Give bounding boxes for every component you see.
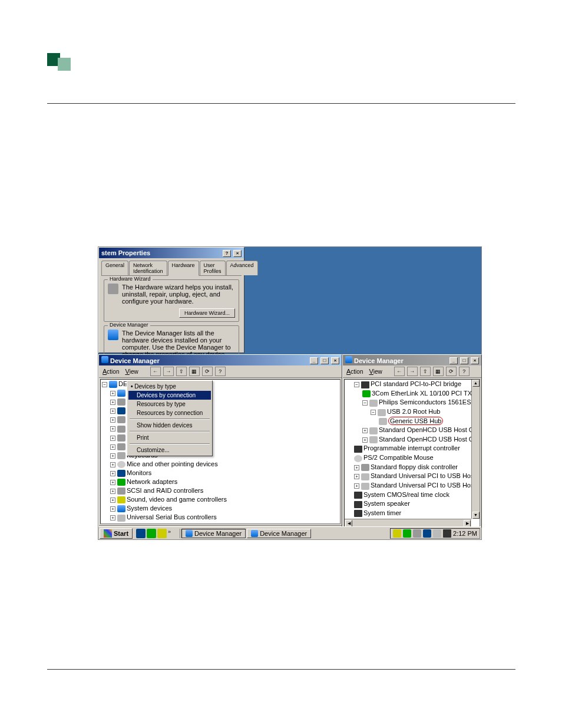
tree-root[interactable]: DE	[118, 380, 127, 387]
tree-item[interactable]: Standard Universal PCI to USB Host Contr…	[371, 472, 480, 479]
expand-icon[interactable]: +	[110, 400, 115, 405]
outlook-icon[interactable]	[157, 529, 167, 538]
expand-icon[interactable]: +	[110, 480, 115, 485]
taskbar-item-device-manager-2[interactable]: Device Manager	[247, 529, 311, 538]
expand-icon[interactable]: +	[110, 515, 115, 521]
expand-icon[interactable]: +	[362, 428, 368, 433]
collapse-icon[interactable]: −	[371, 410, 376, 415]
expand-icon[interactable]: +	[110, 409, 115, 414]
menu-view[interactable]: View	[369, 368, 382, 375]
up-button[interactable]: ⇧	[420, 367, 431, 376]
tray-icon[interactable]	[443, 529, 451, 538]
taskbar-item-device-manager-1[interactable]: Device Manager	[181, 529, 246, 538]
tree-item[interactable]: Standard Universal PCI to USB Host Contr…	[371, 482, 480, 489]
tree-item[interactable]: Standard OpenHCD USB Host Controller	[379, 436, 480, 443]
scroll-up-icon[interactable]: ▲	[472, 380, 480, 387]
device-tree[interactable]: −DE +Computer +Disk drives +Display adap…	[100, 379, 340, 524]
expand-icon[interactable]: +	[362, 437, 368, 443]
tab-general[interactable]: General	[101, 261, 128, 275]
tray-icon[interactable]	[393, 529, 401, 538]
close-button[interactable]: ×	[471, 357, 479, 364]
tree-item[interactable]: System CMOS/real time clock	[363, 491, 449, 498]
expand-icon[interactable]: +	[110, 498, 115, 503]
tab-hardware[interactable]: Hardware	[168, 261, 199, 276]
help-button[interactable]: ?	[215, 367, 226, 376]
back-button[interactable]: ←	[394, 367, 405, 376]
expand-icon[interactable]: +	[110, 436, 115, 441]
scroll-left-icon[interactable]: ◀	[345, 520, 352, 527]
tree-item[interactable]: System speaker	[363, 500, 410, 507]
help-button[interactable]: ?	[223, 250, 231, 257]
tray-icon[interactable]	[433, 529, 441, 538]
properties-button[interactable]: ▦	[189, 367, 200, 376]
maximize-button[interactable]: □	[460, 357, 468, 364]
tree-item[interactable]: Monitors	[127, 469, 151, 476]
tray-icon[interactable]	[403, 529, 411, 538]
expand-icon[interactable]: +	[110, 489, 115, 494]
window-titlebar[interactable]: Device Manager _ □ ×	[99, 355, 342, 365]
menu-devices-by-type[interactable]: Devices by type	[128, 382, 211, 391]
collapse-icon[interactable]: −	[354, 382, 359, 387]
menu-view[interactable]: View	[125, 368, 138, 375]
expand-icon[interactable]: +	[110, 426, 115, 431]
tree-item[interactable]: PCI standard PCI-to-PCI bridge	[371, 380, 461, 387]
menu-action[interactable]: AActionction	[103, 368, 119, 375]
tree-item[interactable]: Standard OpenHCD USB Host Controller	[379, 426, 480, 433]
back-button[interactable]: ←	[150, 367, 161, 376]
tree-item[interactable]: Network adapters	[127, 478, 177, 485]
horizontal-scrollbar[interactable]: ◀▶	[345, 519, 471, 527]
scroll-right-icon[interactable]: ▶	[464, 520, 471, 527]
tab-advanced[interactable]: Advanced	[226, 261, 258, 275]
tree-item[interactable]: USB 2.0 Root Hub	[387, 408, 441, 415]
ie-icon[interactable]	[147, 529, 156, 538]
help-button[interactable]: ?	[459, 367, 470, 376]
tree-item-highlighted[interactable]: Generic USB Hub	[388, 417, 443, 425]
tab-network-identification[interactable]: Network Identification	[129, 261, 167, 275]
menu-action[interactable]: Action	[346, 368, 363, 375]
tab-user-profiles[interactable]: User Profiles	[200, 261, 226, 275]
menu-resources-by-connection[interactable]: Resources by connection	[128, 409, 211, 417]
vertical-scrollbar[interactable]: ▲▼	[471, 380, 480, 519]
expand-icon[interactable]: +	[110, 453, 115, 459]
tree-item[interactable]: System devices	[127, 505, 172, 512]
tray-icon[interactable]	[423, 529, 431, 538]
menu-resources-by-type[interactable]: Resources by type	[128, 400, 211, 409]
refresh-button[interactable]: ⟳	[202, 367, 213, 376]
maximize-button[interactable]: □	[320, 357, 329, 364]
minimize-button[interactable]: _	[449, 357, 458, 364]
hardware-wizard-button[interactable]: Hardware Wizard...	[179, 308, 235, 318]
close-button[interactable]: ×	[331, 357, 339, 364]
more-icon[interactable]: »	[168, 529, 177, 538]
refresh-button[interactable]: ⟳	[446, 367, 457, 376]
expand-icon[interactable]: +	[110, 391, 115, 396]
expand-icon[interactable]: +	[110, 444, 115, 450]
menu-customize[interactable]: Customize...	[128, 446, 211, 454]
forward-button[interactable]: →	[407, 367, 418, 376]
tree-item[interactable]: System timer	[363, 509, 401, 516]
clock[interactable]: 2:12 PM	[453, 530, 477, 537]
properties-button[interactable]: ▦	[433, 367, 444, 376]
menu-show-hidden[interactable]: Show hidden devices	[128, 421, 211, 430]
expand-icon[interactable]: +	[110, 417, 115, 423]
tree-item[interactable]: SCSI and RAID controllers	[127, 487, 203, 494]
minimize-button[interactable]: _	[310, 357, 318, 364]
up-button[interactable]: ⇧	[176, 367, 187, 376]
collapse-icon[interactable]: −	[102, 382, 107, 387]
tray-icon[interactable]	[413, 529, 421, 538]
expand-icon[interactable]: +	[354, 465, 359, 470]
expand-icon[interactable]: +	[354, 474, 359, 479]
expand-icon[interactable]: +	[110, 471, 115, 476]
tree-item[interactable]: Standard floppy disk controller	[371, 463, 458, 470]
expand-icon[interactable]: +	[110, 506, 115, 512]
forward-button[interactable]: →	[163, 367, 174, 376]
window-titlebar[interactable]: Device Manager _ □ ×	[343, 355, 481, 365]
device-tree[interactable]: −PCI standard PCI-to-PCI bridge 3Com Eth…	[344, 379, 480, 528]
tree-item[interactable]: 3Com EtherLink XL 10/100 PCI TX NIC (3C9…	[372, 390, 480, 397]
tree-item[interactable]: PS/2 Compatible Mouse	[363, 454, 434, 461]
dialog-titlebar[interactable]: stem Properties ? ×	[99, 248, 244, 258]
collapse-icon[interactable]: −	[362, 400, 368, 406]
expand-icon[interactable]: +	[354, 483, 359, 489]
scroll-down-icon[interactable]: ▼	[472, 512, 480, 519]
tree-item[interactable]: Universal Serial Bus controllers	[127, 513, 217, 521]
expand-icon[interactable]: +	[110, 462, 115, 467]
